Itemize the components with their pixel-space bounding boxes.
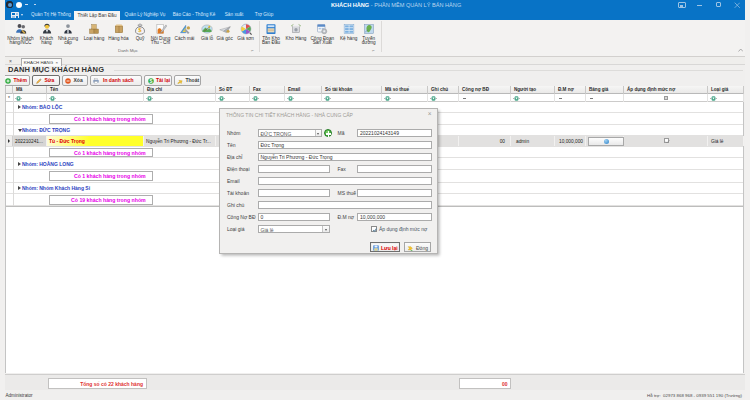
svg-text:S: S [149, 79, 152, 84]
